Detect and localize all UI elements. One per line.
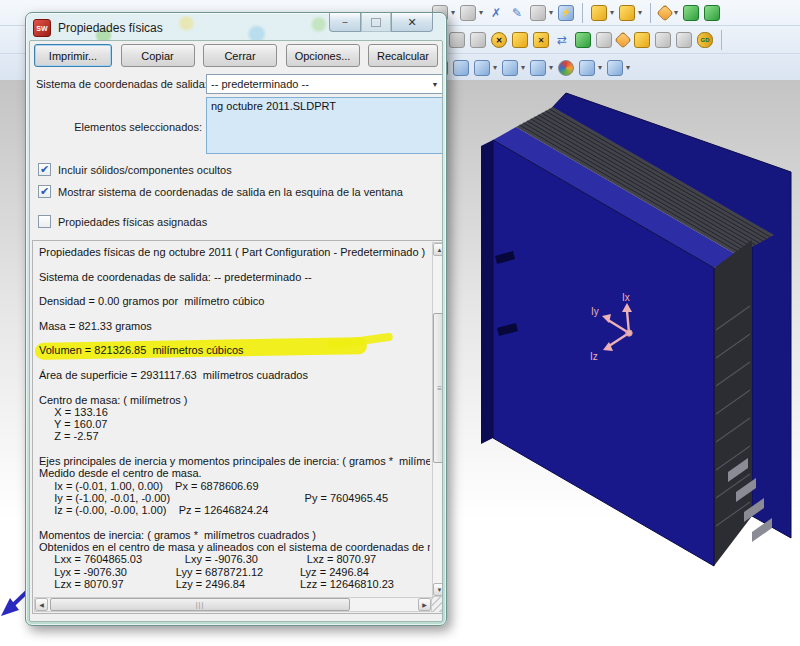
revolve-boss-icon[interactable] (704, 5, 720, 21)
report-line: Z = -2.57 (39, 430, 430, 442)
show-body-icon[interactable] (575, 32, 591, 48)
close-button[interactable]: ✕ (391, 13, 433, 32)
report-line (39, 443, 430, 455)
dropdown-caret-icon[interactable]: ▾ (598, 63, 602, 72)
options-button[interactable]: Opciones... (286, 44, 360, 67)
report-line (39, 357, 430, 369)
checkbox-label: Incluir sólidos/componentes ocultos (58, 164, 232, 176)
scroll-up-icon[interactable]: ▲ (433, 243, 443, 256)
dialog-titlebar[interactable]: SW Propiedades físicas – ✕ (29, 16, 443, 40)
sensor-cylinder-icon[interactable]: GD (697, 32, 713, 48)
chevron-down-icon[interactable]: ▼ (427, 75, 443, 93)
resize-grip[interactable] (432, 597, 443, 612)
dropdown-caret-icon[interactable]: ▾ (638, 8, 642, 17)
coord-system-label: Sistema de coordenadas de salida: (36, 78, 208, 90)
section-view-icon[interactable] (474, 60, 490, 76)
copy-button[interactable]: Copiar (121, 44, 195, 67)
report-line: Densidad = 0.00 gramos por milímetro cúb… (39, 295, 430, 307)
checkbox-label: Mostrar sistema de coordenadas de salida… (58, 186, 403, 198)
checkbox-row-show-coord-system[interactable]: ✔ Mostrar sistema de coordenadas de sali… (38, 185, 403, 198)
section-tool-icon[interactable] (470, 32, 486, 48)
selected-items-listbox[interactable]: ng octubre 2011.SLDPRT (206, 97, 443, 154)
maximize-button (361, 13, 391, 32)
minimize-button[interactable]: – (329, 13, 361, 32)
dropdown-caret-icon[interactable]: ▾ (479, 8, 483, 17)
camera-icon[interactable] (579, 60, 595, 76)
dialog-title: Propiedades físicas (58, 21, 163, 35)
vertical-scrollbar[interactable]: ▲ ≡ ▼ (432, 242, 443, 597)
pencil-sketch-icon[interactable]: ✎ (509, 5, 525, 21)
flag-icon[interactable] (655, 32, 671, 48)
report-line: Lyx = -9076.30 Lyy = 6878721.12 Lyz = 24… (39, 566, 430, 578)
exploded-view-icon[interactable] (449, 32, 465, 48)
appearance-diamond-icon[interactable] (615, 32, 632, 49)
dialog-button-row: Imprimir... Copiar Cerrar Opciones... Re… (34, 44, 438, 67)
extrude-boss-icon[interactable] (591, 5, 607, 21)
close-dialog-button[interactable]: Cerrar (203, 44, 277, 67)
dropdown-caret-icon[interactable]: ▾ (549, 63, 553, 72)
report-line (39, 307, 430, 319)
print-button[interactable]: Imprimir... (34, 44, 112, 67)
view-orientation-icon[interactable] (453, 60, 469, 76)
move-copy-body-icon[interactable]: ⇄ (554, 32, 570, 48)
results-panel: Propiedades físicas de ng octubre 2011 (… (32, 240, 443, 614)
scroll-right-icon[interactable]: ▶ (418, 598, 431, 611)
dropdown-caret-icon[interactable]: ▾ (610, 8, 614, 17)
dropdown-caret-icon[interactable]: ▾ (493, 63, 497, 72)
mass-properties-dialog: SW Propiedades físicas – ✕ Imprimir... C… (25, 12, 447, 626)
realview-sphere-icon[interactable] (558, 60, 574, 76)
checkbox-row-assigned-properties[interactable]: Propiedades físicas asignadas (38, 215, 207, 228)
checkbox-icon[interactable] (38, 215, 51, 228)
dropdown-caret-icon[interactable]: ▾ (626, 63, 630, 72)
window-controls: – ✕ (329, 13, 433, 32)
swept-boss-icon[interactable] (683, 5, 699, 21)
extruded-cut-icon[interactable] (619, 5, 635, 21)
recalculate-button[interactable]: Recalcular (368, 44, 438, 67)
circle-tool-icon[interactable] (530, 5, 546, 21)
report-line: Y = 160.07 (39, 418, 430, 430)
instant3d-icon[interactable]: ⚡ (558, 5, 574, 21)
display-style-icon[interactable] (502, 60, 518, 76)
triad-iy-label: Iy (591, 306, 599, 317)
fillet-icon[interactable] (657, 4, 674, 21)
report-line (39, 381, 430, 393)
dropdown-caret-icon[interactable]: ▾ (674, 8, 678, 17)
report-line: Lxx = 7604865.03 Lxy = -9076.30 Lxz = 80… (39, 553, 430, 565)
report-line: Medido desde el centro de masa. (39, 467, 430, 479)
report-line (39, 283, 430, 295)
checkbox-icon[interactable]: ✔ (38, 185, 51, 198)
report-line: X = 133.16 (39, 406, 430, 418)
dropdown-caret-icon[interactable]: ▾ (521, 63, 525, 72)
scroll-down-icon[interactable]: ▼ (433, 583, 443, 596)
triad-ix-label: Ix (622, 292, 630, 303)
report-line (39, 332, 430, 344)
toolbar-separator (582, 3, 583, 23)
suppress-icon[interactable]: ✕ (491, 32, 507, 48)
selected-item[interactable]: ng octubre 2011.SLDPRT (207, 98, 443, 114)
pattern-body-icon[interactable] (596, 32, 612, 48)
selected-items-label: Elementos seleccionados: (36, 121, 202, 133)
report-line: Iy = (-1.00, -0.01, -0.00) Py = 7604965.… (39, 492, 430, 504)
report-line: Obtenidos en el centro de masa y alinead… (39, 541, 430, 553)
coord-system-dropdown[interactable]: -- predeterminado -- ▼ (206, 74, 443, 94)
trim-entities-icon[interactable]: ✗ (488, 5, 504, 21)
checkbox-row-hidden-bodies[interactable]: ✔ Incluir sólidos/componentes ocultos (38, 163, 232, 176)
dropdown-caret-icon[interactable]: ▾ (451, 8, 455, 17)
delete-body-icon[interactable]: ✕ (533, 32, 549, 48)
solid-body-icon[interactable] (512, 32, 528, 48)
vertical-scrollbar-thumb[interactable]: ≡ (433, 313, 443, 463)
scroll-left-icon[interactable]: ◀ (35, 598, 48, 611)
horizontal-scrollbar[interactable]: ◀ ||| ▶ (34, 597, 432, 612)
dropdown-caret-icon[interactable]: ▾ (549, 8, 553, 17)
solidworks-icon[interactable]: SW (33, 19, 51, 37)
checkbox-label: Propiedades físicas asignadas (58, 216, 207, 228)
report-line (39, 258, 430, 270)
checkbox-icon[interactable]: ✔ (38, 163, 51, 176)
flag-icon[interactable] (676, 32, 692, 48)
spline-sketch-icon[interactable] (460, 5, 476, 21)
material-cube-icon[interactable] (634, 32, 650, 48)
horizontal-scrollbar-thumb[interactable]: ||| (50, 598, 350, 611)
mass-properties-report: Propiedades físicas de ng octubre 2011 (… (39, 246, 430, 595)
hide-show-items-icon[interactable] (530, 60, 546, 76)
apply-scene-icon[interactable] (607, 60, 623, 76)
